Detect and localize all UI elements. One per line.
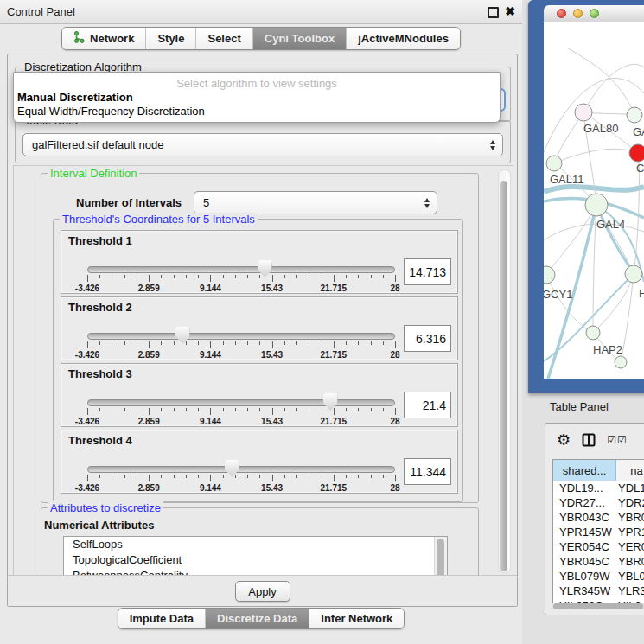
column-header-shared-name[interactable]: shared... <box>553 460 616 481</box>
cell-shared-name[interactable]: YDL19... <box>553 481 615 496</box>
dropdown-option-equal-width-frequency-discretization[interactable]: Equal Width/Frequency Discretization <box>14 104 500 118</box>
cell-name[interactable]: YBR0 <box>615 555 644 570</box>
numerical-attributes-list[interactable]: SelfLoopsTopologicalCoefficientBetweenne… <box>63 536 448 577</box>
threshold-value-field[interactable]: 11.344 <box>404 458 451 485</box>
cell-shared-name[interactable]: YLR345W <box>553 584 615 599</box>
tab-style[interactable]: Style <box>145 28 195 49</box>
network-node-gal4[interactable] <box>585 194 608 216</box>
threshold-value-field[interactable]: 6.316 <box>404 325 451 352</box>
table-row[interactable]: YER054CYER0 <box>553 540 644 555</box>
slider-track[interactable] <box>87 399 395 406</box>
table-row[interactable]: YLR345WYLR3 <box>553 584 644 599</box>
table-row[interactable]: YBR043CYBR0 <box>553 511 644 526</box>
slider-track[interactable] <box>87 466 395 473</box>
cell-name[interactable]: YDL1 <box>615 481 644 496</box>
network-node-hap2[interactable] <box>586 326 600 340</box>
scrollbar-thumb[interactable] <box>500 181 507 571</box>
threshold-slider[interactable]: -3.4262.8599.14415.4321.71528 <box>87 262 395 293</box>
table-data-combobox[interactable]: galFiltered.sif default node <box>22 133 503 156</box>
cell-name[interactable]: YDR2 <box>615 496 644 511</box>
node-label: GA <box>633 125 644 138</box>
tab-label: Impute Data <box>130 612 194 625</box>
network-canvas[interactable]: GAL80GACGAL11GAL4GCY1HHAP2 <box>544 22 644 379</box>
float-window-icon[interactable] <box>488 7 499 18</box>
attributes-group: Attributes to discretize Numerical Attri… <box>41 507 479 577</box>
table-row[interactable]: YBL079WYBL0 <box>553 570 644 584</box>
tab-jactivemnodules[interactable]: jActiveMNodules <box>346 28 460 49</box>
threshold-value-field[interactable]: 14.713 <box>404 258 451 285</box>
tab-label: Style <box>157 32 184 45</box>
thresholds-group-title: Threshold's Coordinates for 5 Intervals <box>60 213 258 226</box>
number-of-intervals-value: 5 <box>203 196 209 209</box>
network-node-c[interactable] <box>629 144 644 162</box>
cell-shared-name[interactable]: YBR045C <box>553 555 615 570</box>
cell-name[interactable]: YER0 <box>615 540 644 555</box>
table-row[interactable]: YPR145WYPR1 <box>553 526 644 540</box>
scrollbar-thumb[interactable] <box>553 603 643 609</box>
slider-track[interactable] <box>87 333 395 340</box>
cell-shared-name[interactable]: YBL079W <box>553 570 615 584</box>
tab-select[interactable]: Select <box>195 28 252 49</box>
node-label: HAP2 <box>593 343 622 356</box>
network-node[interactable] <box>615 356 627 368</box>
tab-network[interactable]: Network <box>62 28 145 49</box>
settings-vertical-scrollbar[interactable] <box>498 169 511 573</box>
network-node-gal80[interactable] <box>575 104 592 121</box>
attributes-group-title: Attributes to discretize <box>48 501 163 514</box>
cell-shared-name[interactable]: YER054C <box>553 540 615 555</box>
tab-impute-data[interactable]: Impute Data <box>118 609 205 628</box>
network-view-window[interactable]: GAL80GACGAL11GAL4GCY1HHAP2 <box>528 0 644 393</box>
cell-name[interactable]: YLR3 <box>615 584 644 599</box>
table-row[interactable]: YDR27...YDR2 <box>553 496 644 511</box>
select-columns-checkboxes-icon[interactable]: ☑☑ <box>607 434 628 446</box>
columns-icon[interactable] <box>582 433 596 447</box>
attribute-list-item[interactable]: SelfLoops <box>64 537 447 552</box>
network-nodes: GAL80GACGAL11GAL4GCY1HHAP2 <box>544 104 644 368</box>
cell-name[interactable]: YPR1 <box>615 526 644 540</box>
cell-shared-name[interactable]: YPR145W <box>553 526 615 540</box>
apply-bar: Apply <box>8 575 517 606</box>
slider-track[interactable] <box>87 266 395 273</box>
tab-discretize-data[interactable]: Discretize Data <box>205 609 309 628</box>
number-of-intervals-label: Number of Intervals <box>76 196 182 209</box>
table-panel: ⚙ ☑☑ shared... na YDL19...YDL1YDR27...YD… <box>545 423 644 615</box>
network-node-gal11[interactable] <box>546 156 562 171</box>
tab-infer-network[interactable]: Infer Network <box>309 609 404 628</box>
cell-name[interactable]: YBL0 <box>615 570 644 584</box>
top-tabstrip: NetworkStyleSelectCyni ToolboxjActiveMNo… <box>0 27 522 50</box>
tab-label: Cyni Toolbox <box>265 32 335 45</box>
threshold-slider[interactable]: -3.4262.8599.14415.4321.71528 <box>87 395 395 426</box>
threshold-slider[interactable]: -3.4262.8599.14415.4321.71528 <box>87 328 395 360</box>
tab-cyni-toolbox[interactable]: Cyni Toolbox <box>252 28 346 49</box>
tab-label: Infer Network <box>321 612 392 625</box>
dropdown-option-manual-discretization[interactable]: Manual Discretization <box>14 90 500 104</box>
network-node-h[interactable] <box>625 265 642 283</box>
control-panel-titlebar: Control Panel ✖ <box>0 0 522 24</box>
threshold-label: Threshold 1 <box>68 234 132 247</box>
minimize-traffic-light-icon[interactable] <box>573 9 583 18</box>
number-of-intervals-combobox[interactable]: 5 <box>194 191 437 214</box>
zoom-traffic-light-icon[interactable] <box>590 9 599 18</box>
network-node-ga[interactable] <box>627 107 642 123</box>
cell-shared-name[interactable]: YDR27... <box>553 496 615 511</box>
apply-button[interactable]: Apply <box>235 581 290 602</box>
threshold-slider[interactable]: -3.4262.8599.14415.4321.71528 <box>87 462 395 493</box>
cell-shared-name[interactable]: YBR043C <box>553 511 615 526</box>
tab-label: Discretize Data <box>217 612 297 625</box>
slider-ticks <box>87 475 395 482</box>
network-node-gcy1[interactable] <box>544 266 555 284</box>
table-row[interactable]: YBR045CYBR0 <box>553 555 644 570</box>
attribute-list-item[interactable]: TopologicalCoefficient <box>64 552 447 568</box>
close-icon[interactable]: ✖ <box>505 4 515 18</box>
table-horizontal-scrollbar[interactable] <box>552 603 644 609</box>
threshold-label: Threshold 2 <box>68 301 132 314</box>
cell-name[interactable]: YBR0 <box>615 511 644 526</box>
table-row[interactable]: YDL19...YDL1 <box>553 481 644 496</box>
column-header-name[interactable]: na <box>616 460 644 481</box>
threshold-value-field[interactable]: 21.4 <box>404 392 451 418</box>
attributes-list-scrollbar[interactable] <box>434 537 447 577</box>
node-table[interactable]: shared... na YDL19...YDL1YDR27...YDR2YBR… <box>552 459 644 603</box>
table-data-group: Table Data galFiltered.sif default node <box>15 120 511 163</box>
close-traffic-light-icon[interactable] <box>557 9 566 18</box>
gear-icon[interactable]: ⚙ <box>557 432 571 448</box>
